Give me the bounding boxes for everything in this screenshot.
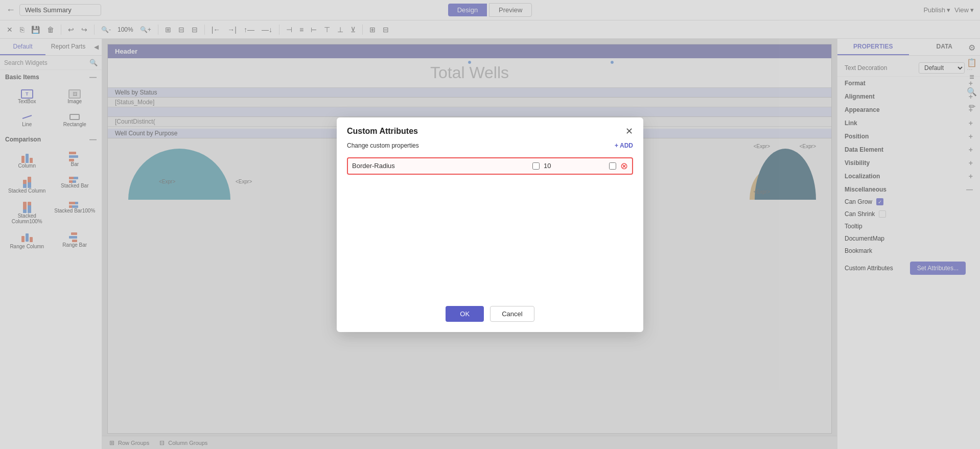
attribute-value-input[interactable] [544, 162, 605, 170]
attribute-key-checkbox[interactable] [532, 162, 540, 170]
modal-cancel-button[interactable]: Cancel [490, 306, 534, 322]
change-props-label: Change custom properties [347, 142, 419, 149]
modal-close-button[interactable]: ✕ [625, 126, 633, 137]
modal-title: Custom Attributes [347, 127, 418, 136]
modal-subheader: Change custom properties + ADD [337, 142, 643, 153]
modal-footer: OK Cancel [337, 299, 643, 332]
custom-attributes-modal: Custom Attributes ✕ Change custom proper… [337, 117, 643, 332]
modal-ok-button[interactable]: OK [446, 306, 484, 322]
modal-header: Custom Attributes ✕ [337, 117, 643, 142]
attribute-value-checkbox[interactable] [609, 162, 616, 170]
modal-body: ⊗ [337, 153, 643, 299]
add-attribute-button[interactable]: + ADD [615, 142, 633, 149]
attribute-delete-button[interactable]: ⊗ [620, 161, 628, 171]
modal-overlay: Custom Attributes ✕ Change custom proper… [0, 0, 980, 449]
attribute-key-input[interactable] [352, 162, 528, 170]
attribute-row: ⊗ [347, 157, 633, 175]
